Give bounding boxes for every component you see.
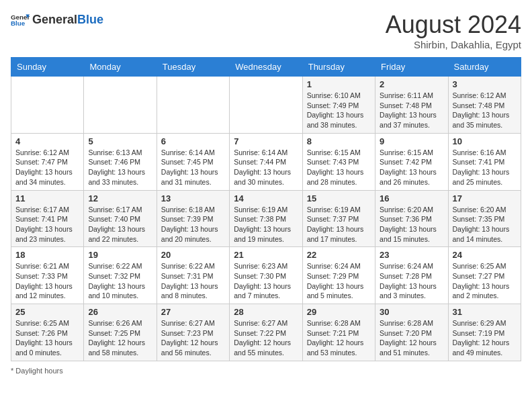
day-info: Sunrise: 6:17 AMSunset: 7:40 PMDaylight:…: [88, 205, 152, 244]
day-info: Sunrise: 6:21 AMSunset: 7:33 PMDaylight:…: [15, 261, 79, 301]
day-info: Sunrise: 6:20 AMSunset: 7:36 PMDaylight:…: [380, 205, 443, 244]
calendar-cell: 9Sunrise: 6:15 AMSunset: 7:42 PMDaylight…: [375, 133, 448, 190]
day-info: Sunrise: 6:14 AMSunset: 7:44 PMDaylight:…: [234, 148, 298, 187]
day-number: 17: [453, 193, 517, 203]
day-number: 23: [380, 250, 443, 260]
calendar-cell: 6Sunrise: 6:14 AMSunset: 7:45 PMDaylight…: [157, 133, 229, 190]
day-info: Sunrise: 6:27 AMSunset: 7:22 PMDaylight:…: [234, 318, 298, 358]
day-of-week-header: Monday: [84, 58, 157, 77]
day-info: Sunrise: 6:28 AMSunset: 7:20 PMDaylight:…: [380, 318, 443, 358]
calendar-week-row: 11Sunrise: 6:17 AMSunset: 7:41 PMDayligh…: [11, 190, 521, 247]
calendar-cell: 17Sunrise: 6:20 AMSunset: 7:35 PMDayligh…: [448, 190, 521, 247]
day-info: Sunrise: 6:19 AMSunset: 7:38 PMDaylight:…: [234, 205, 298, 244]
calendar-week-row: 25Sunrise: 6:25 AMSunset: 7:26 PMDayligh…: [11, 304, 521, 361]
day-info: Sunrise: 6:19 AMSunset: 7:37 PMDaylight:…: [307, 205, 371, 244]
calendar-cell: 22Sunrise: 6:24 AMSunset: 7:29 PMDayligh…: [302, 247, 375, 304]
day-of-week-header: Friday: [375, 58, 448, 77]
calendar-cell: 18Sunrise: 6:21 AMSunset: 7:33 PMDayligh…: [11, 247, 84, 304]
calendar-cell: 13Sunrise: 6:18 AMSunset: 7:39 PMDayligh…: [157, 190, 229, 247]
day-number: 20: [161, 250, 225, 260]
day-number: 22: [307, 250, 371, 260]
main-title: August 2024: [386, 11, 521, 39]
calendar-cell: 1Sunrise: 6:10 AMSunset: 7:49 PMDaylight…: [302, 77, 375, 134]
calendar-week-row: 1Sunrise: 6:10 AMSunset: 7:49 PMDaylight…: [11, 77, 521, 134]
day-number: 10: [453, 136, 517, 146]
day-info: Sunrise: 6:12 AMSunset: 7:48 PMDaylight:…: [453, 91, 517, 130]
day-number: 21: [234, 250, 298, 260]
day-info: Sunrise: 6:22 AMSunset: 7:32 PMDaylight:…: [88, 261, 152, 301]
calendar-cell: 7Sunrise: 6:14 AMSunset: 7:44 PMDaylight…: [230, 133, 302, 190]
day-info: Sunrise: 6:14 AMSunset: 7:45 PMDaylight:…: [161, 148, 225, 187]
day-number: 13: [161, 193, 225, 203]
calendar-cell: 10Sunrise: 6:16 AMSunset: 7:41 PMDayligh…: [448, 133, 521, 190]
calendar-cell: 5Sunrise: 6:13 AMSunset: 7:46 PMDaylight…: [84, 133, 157, 190]
calendar-cell: [11, 77, 84, 134]
day-info: Sunrise: 6:27 AMSunset: 7:23 PMDaylight:…: [161, 318, 225, 358]
day-number: 6: [161, 136, 225, 146]
day-info: Sunrise: 6:11 AMSunset: 7:48 PMDaylight:…: [380, 91, 443, 130]
day-info: Sunrise: 6:16 AMSunset: 7:41 PMDaylight:…: [453, 148, 517, 187]
day-number: 3: [453, 79, 517, 89]
svg-text:Blue: Blue: [11, 19, 26, 27]
day-number: 7: [234, 136, 298, 146]
calendar-cell: [157, 77, 229, 134]
calendar-cell: 21Sunrise: 6:23 AMSunset: 7:30 PMDayligh…: [230, 247, 302, 304]
day-info: Sunrise: 6:12 AMSunset: 7:47 PMDaylight:…: [15, 148, 79, 187]
day-info: Sunrise: 6:22 AMSunset: 7:31 PMDaylight:…: [161, 261, 225, 301]
day-info: Sunrise: 6:25 AMSunset: 7:27 PMDaylight:…: [453, 261, 517, 301]
day-info: Sunrise: 6:28 AMSunset: 7:21 PMDaylight:…: [307, 318, 371, 358]
calendar-cell: 29Sunrise: 6:28 AMSunset: 7:21 PMDayligh…: [302, 304, 375, 361]
day-number: 9: [380, 136, 443, 146]
calendar-cell: 16Sunrise: 6:20 AMSunset: 7:36 PMDayligh…: [375, 190, 448, 247]
day-number: 26: [88, 307, 152, 317]
calendar-cell: 8Sunrise: 6:15 AMSunset: 7:43 PMDaylight…: [302, 133, 375, 190]
calendar-week-row: 18Sunrise: 6:21 AMSunset: 7:33 PMDayligh…: [11, 247, 521, 304]
day-info: Sunrise: 6:13 AMSunset: 7:46 PMDaylight:…: [88, 148, 152, 187]
day-of-week-header: Wednesday: [230, 58, 302, 77]
day-info: Sunrise: 6:23 AMSunset: 7:30 PMDaylight:…: [234, 261, 298, 301]
day-info: Sunrise: 6:26 AMSunset: 7:25 PMDaylight:…: [88, 318, 152, 358]
calendar-cell: 14Sunrise: 6:19 AMSunset: 7:38 PMDayligh…: [230, 190, 302, 247]
day-info: Sunrise: 6:20 AMSunset: 7:35 PMDaylight:…: [453, 205, 517, 244]
day-number: 28: [234, 307, 298, 317]
day-info: Sunrise: 6:18 AMSunset: 7:39 PMDaylight:…: [161, 205, 225, 244]
logo-blue-text: Blue: [77, 13, 103, 26]
day-number: 19: [88, 250, 152, 260]
day-info: Sunrise: 6:25 AMSunset: 7:26 PMDaylight:…: [15, 318, 79, 358]
calendar-week-row: 4Sunrise: 6:12 AMSunset: 7:47 PMDaylight…: [11, 133, 521, 190]
calendar-cell: 20Sunrise: 6:22 AMSunset: 7:31 PMDayligh…: [157, 247, 229, 304]
calendar-cell: 11Sunrise: 6:17 AMSunset: 7:41 PMDayligh…: [11, 190, 84, 247]
calendar-cell: 30Sunrise: 6:28 AMSunset: 7:20 PMDayligh…: [375, 304, 448, 361]
day-number: 8: [307, 136, 371, 146]
calendar-cell: 4Sunrise: 6:12 AMSunset: 7:47 PMDaylight…: [11, 133, 84, 190]
calendar-cell: 28Sunrise: 6:27 AMSunset: 7:22 PMDayligh…: [230, 304, 302, 361]
title-block: August 2024 Shirbin, Dakahlia, Egypt: [386, 11, 521, 50]
calendar-cell: 24Sunrise: 6:25 AMSunset: 7:27 PMDayligh…: [448, 247, 521, 304]
calendar-cell: 19Sunrise: 6:22 AMSunset: 7:32 PMDayligh…: [84, 247, 157, 304]
calendar-cell: [84, 77, 157, 134]
day-number: 5: [88, 136, 152, 146]
logo-general-text: General: [32, 13, 77, 26]
day-number: 18: [15, 250, 79, 260]
day-info: Sunrise: 6:15 AMSunset: 7:43 PMDaylight:…: [307, 148, 371, 187]
logo: General Blue GeneralBlue: [11, 11, 103, 30]
footer-note: * Daylight hours: [11, 367, 521, 375]
page-header: General Blue GeneralBlue August 2024 Shi…: [11, 11, 521, 50]
calendar-cell: 31Sunrise: 6:29 AMSunset: 7:19 PMDayligh…: [448, 304, 521, 361]
calendar-table: SundayMondayTuesdayWednesdayThursdayFrid…: [11, 57, 521, 361]
day-info: Sunrise: 6:24 AMSunset: 7:29 PMDaylight:…: [307, 261, 371, 301]
day-info: Sunrise: 6:17 AMSunset: 7:41 PMDaylight:…: [15, 205, 79, 244]
day-info: Sunrise: 6:10 AMSunset: 7:49 PMDaylight:…: [307, 91, 371, 130]
day-number: 27: [161, 307, 225, 317]
day-of-week-header: Tuesday: [157, 58, 229, 77]
day-number: 31: [453, 307, 517, 317]
day-number: 1: [307, 79, 371, 89]
day-number: 25: [15, 307, 79, 317]
day-number: 24: [453, 250, 517, 260]
day-of-week-header: Saturday: [448, 58, 521, 77]
day-number: 14: [234, 193, 298, 203]
day-info: Sunrise: 6:29 AMSunset: 7:19 PMDaylight:…: [453, 318, 517, 358]
day-info: Sunrise: 6:24 AMSunset: 7:28 PMDaylight:…: [380, 261, 443, 301]
daylight-label: Daylight hours: [15, 367, 62, 375]
calendar-cell: 3Sunrise: 6:12 AMSunset: 7:48 PMDaylight…: [448, 77, 521, 134]
